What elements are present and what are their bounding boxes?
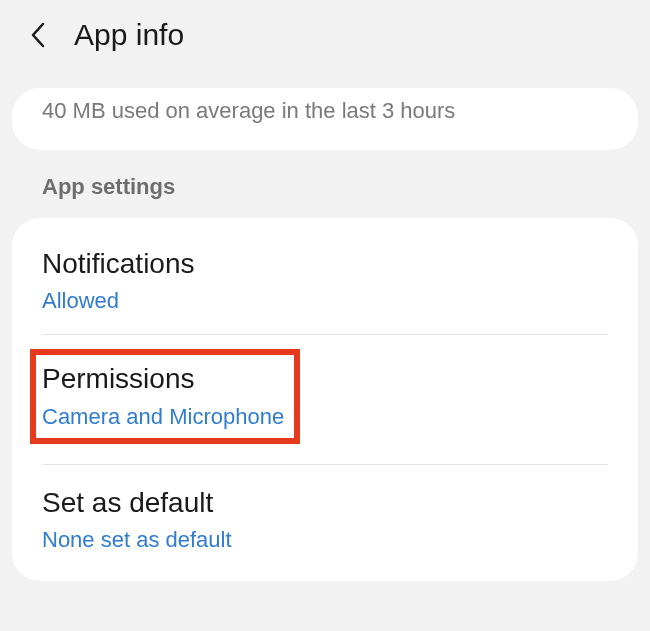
set-default-row[interactable]: Set as default None set as default [42,465,608,555]
notifications-row[interactable]: Notifications Allowed [42,244,608,334]
permissions-title: Permissions [42,361,284,397]
permissions-row[interactable]: Permissions Camera and Microphone [42,335,608,463]
settings-card: Notifications Allowed Permissions Camera… [12,218,638,581]
content: Memory 40 MB used on average in the last… [0,88,650,581]
set-default-title: Set as default [42,485,608,521]
section-label: App settings [12,150,638,214]
notifications-subtitle: Allowed [42,288,608,314]
back-icon[interactable] [24,21,52,49]
notifications-title: Notifications [42,246,608,282]
app-bar: App info [0,0,650,70]
permissions-subtitle: Camera and Microphone [42,404,284,430]
highlight-box: Permissions Camera and Microphone [30,349,300,443]
memory-subtitle: 40 MB used on average in the last 3 hour… [42,98,608,124]
set-default-subtitle: None set as default [42,527,608,553]
memory-row[interactable]: Memory 40 MB used on average in the last… [12,88,638,150]
page-title: App info [74,18,184,52]
